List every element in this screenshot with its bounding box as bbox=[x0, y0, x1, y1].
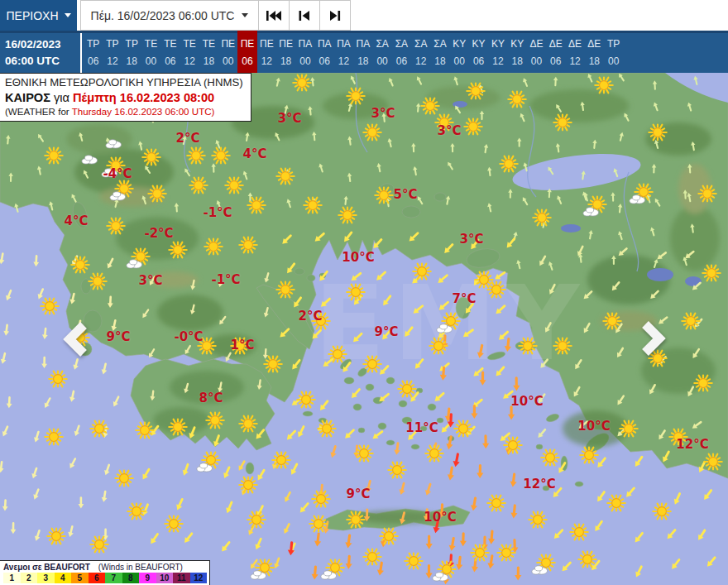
wind-arrow-icon bbox=[634, 565, 644, 578]
timebar-cell[interactable]: ΣΑ00 bbox=[372, 33, 391, 73]
prev-map-chevron[interactable] bbox=[62, 321, 90, 361]
timebar-cell[interactable]: ΤΡ06 bbox=[84, 33, 103, 73]
wind-arrow-icon bbox=[691, 348, 702, 360]
wind-arrow-icon bbox=[32, 431, 41, 443]
wind-arrow-icon bbox=[521, 196, 529, 206]
wind-arrow-icon bbox=[377, 364, 390, 376]
wind-arrow-icon bbox=[387, 137, 394, 146]
timebar-cell[interactable]: ΣΑ12 bbox=[411, 33, 430, 73]
wind-arrow-icon bbox=[548, 261, 555, 271]
timebar-cell[interactable]: ΔΕ06 bbox=[546, 33, 565, 73]
wind-arrow-icon bbox=[652, 102, 659, 112]
wind-arrow-icon bbox=[189, 280, 196, 290]
sun-icon bbox=[212, 148, 229, 164]
timebar-cell[interactable]: ΔΕ00 bbox=[527, 33, 546, 73]
step-back-button[interactable] bbox=[289, 0, 320, 31]
wind-arrow-icon bbox=[462, 328, 475, 339]
sun-icon bbox=[620, 421, 637, 437]
timebar-cell[interactable]: ΔΕ18 bbox=[585, 33, 604, 73]
wind-arrow-icon bbox=[488, 531, 496, 544]
sun-icon bbox=[467, 84, 484, 99]
wind-arrow-icon bbox=[69, 293, 77, 304]
wind-arrow-icon bbox=[437, 300, 450, 312]
chevron-left-icon bbox=[62, 321, 90, 357]
wind-arrow-icon bbox=[592, 520, 604, 533]
wind-arrow-icon bbox=[0, 462, 5, 473]
wind-arrow-icon bbox=[447, 467, 455, 481]
timebar-cell[interactable]: ΤΕ06 bbox=[160, 33, 180, 73]
temperature-label: -1°C bbox=[211, 272, 240, 287]
timebar-cell[interactable]: ΠΕ00 bbox=[218, 33, 237, 73]
wind-arrow-icon bbox=[539, 358, 550, 370]
wind-arrow-icon bbox=[398, 482, 407, 496]
datetime-dropdown-button[interactable]: Πέμ. 16/02/2023 06:00 UTC bbox=[80, 0, 259, 31]
timebar-cell[interactable]: ΠΑ12 bbox=[334, 33, 353, 73]
timebar-cell[interactable]: ΤΡ00 bbox=[604, 33, 623, 73]
timebar-cell[interactable]: ΤΡ12 bbox=[103, 33, 122, 73]
timebar-cell[interactable]: ΤΕ12 bbox=[180, 33, 199, 73]
skip-to-first-button[interactable] bbox=[258, 0, 290, 31]
wind-arrow-icon bbox=[479, 372, 486, 386]
wind-arrow-icon bbox=[375, 270, 388, 282]
wind-arrow-icon bbox=[453, 104, 462, 114]
sun-icon bbox=[142, 150, 160, 165]
timebar-cell[interactable]: ΠΑ00 bbox=[295, 33, 314, 73]
timebar-cell[interactable]: ΠΕ12 bbox=[257, 33, 276, 73]
step-back-icon bbox=[295, 9, 314, 22]
wind-arrow-icon bbox=[483, 144, 489, 153]
wind-arrow-icon bbox=[222, 466, 232, 479]
temperature-label: 1°C bbox=[231, 338, 255, 352]
step-forward-button[interactable] bbox=[319, 0, 351, 31]
wind-arrow-icon bbox=[649, 289, 660, 300]
wind-arrow-icon bbox=[242, 170, 249, 180]
wind-arrow-icon bbox=[587, 230, 593, 239]
wind-arrow-icon bbox=[665, 528, 678, 541]
timebar-cell[interactable]: ΤΕ00 bbox=[141, 33, 160, 73]
sun-icon bbox=[41, 299, 58, 314]
wind-arrow-icon bbox=[78, 132, 84, 141]
wind-arrow-icon bbox=[2, 500, 8, 511]
timebar-cell-active[interactable]: ΠΕ06 bbox=[237, 31, 256, 73]
timebar-cell[interactable]: ΔΕ12 bbox=[565, 33, 584, 73]
sun-icon bbox=[276, 169, 294, 185]
temperature-label: 10°C bbox=[424, 510, 456, 525]
wind-arrow-icon bbox=[682, 189, 687, 199]
wind-arrow-icon bbox=[611, 192, 615, 201]
timebar-cell[interactable]: ΣΑ06 bbox=[392, 33, 411, 73]
sun-icon bbox=[533, 210, 550, 226]
timebar-cell[interactable]: ΤΡ18 bbox=[122, 33, 141, 73]
next-map-chevron[interactable] bbox=[639, 320, 667, 360]
timebar-cell[interactable]: ΣΑ18 bbox=[430, 33, 449, 73]
sun-icon bbox=[187, 148, 204, 164]
wind-arrow-icon bbox=[371, 237, 384, 251]
wind-arrow-icon bbox=[189, 304, 197, 315]
timebar-cell[interactable]: ΠΑ18 bbox=[353, 33, 372, 73]
beaufort-scale-cell: 5 bbox=[71, 573, 89, 583]
timebar-cell[interactable]: ΚΥ12 bbox=[488, 33, 507, 73]
wind-arrow-icon bbox=[687, 102, 693, 112]
wind-arrow-icon bbox=[618, 132, 625, 141]
wind-arrow-icon bbox=[13, 203, 20, 212]
wind-arrow-icon bbox=[349, 387, 362, 400]
sun-icon bbox=[570, 525, 587, 540]
timebar-cell[interactable]: ΚΥ06 bbox=[469, 33, 488, 73]
wind-arrow-icon bbox=[280, 233, 293, 246]
timebar-cell[interactable]: ΚΥ18 bbox=[508, 33, 527, 73]
temperature-label: 9°C bbox=[375, 324, 399, 339]
temperature-label: 11°C bbox=[405, 420, 438, 435]
wind-arrow-icon bbox=[394, 443, 401, 455]
timebar-cell[interactable]: ΤΕ18 bbox=[199, 33, 218, 73]
timebar-cell[interactable]: ΠΑ06 bbox=[315, 33, 334, 73]
timebar-cell[interactable]: ΠΕ18 bbox=[276, 33, 295, 73]
sun-icon bbox=[338, 208, 356, 223]
timebar-cell[interactable]: ΚΥ00 bbox=[450, 33, 469, 73]
wind-arrow-icon bbox=[36, 165, 42, 175]
wind-arrow-icon bbox=[69, 193, 78, 203]
wind-arrow-icon bbox=[256, 380, 263, 390]
datetime-dropdown-label: Πέμ. 16/02/2023 06:00 UTC bbox=[91, 9, 235, 22]
wind-arrow-icon bbox=[36, 132, 45, 142]
wind-arrow-icon bbox=[41, 357, 47, 368]
wind-arrow-icon bbox=[448, 538, 457, 552]
wind-arrow-icon bbox=[182, 531, 194, 544]
region-dropdown-button[interactable]: ΠΕΡΙΟΧΗ bbox=[0, 0, 77, 31]
